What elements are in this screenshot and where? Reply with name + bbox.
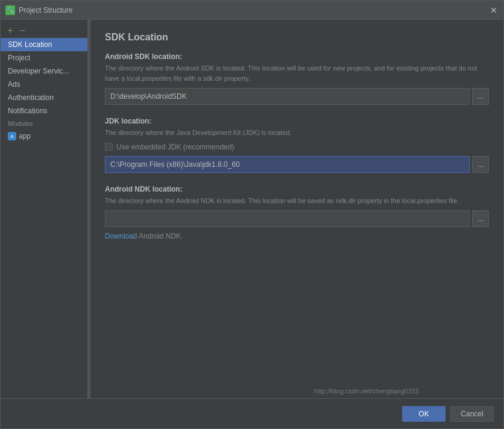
sidebar-toolbar: + − bbox=[1, 23, 87, 38]
ok-button[interactable]: OK bbox=[402, 406, 446, 422]
android-sdk-browse-button[interactable]: ... bbox=[472, 88, 489, 105]
sidebar-item-authentication[interactable]: Authentication bbox=[1, 91, 87, 104]
dialog-body: + − SDK Location Project Developer Servi… bbox=[1, 20, 503, 398]
sidebar-item-project[interactable]: Project bbox=[1, 51, 87, 64]
android-ndk-description: The directory where the Android NDK is l… bbox=[105, 196, 489, 206]
jdk-group: JDK location: The directory where the Ja… bbox=[105, 117, 489, 173]
android-sdk-input-row: ... bbox=[105, 88, 489, 105]
android-ndk-label: Android NDK location: bbox=[105, 185, 489, 193]
download-ndk-suffix: Android NDK. bbox=[137, 232, 183, 240]
jdk-input[interactable] bbox=[105, 156, 470, 173]
sidebar-item-app[interactable]: A app bbox=[1, 130, 87, 143]
sidebar-item-notifications[interactable]: Notifications bbox=[1, 104, 87, 117]
embedded-jdk-checkbox[interactable] bbox=[105, 143, 113, 151]
project-structure-dialog: 🔧 Project Structure ✕ + − SDK Location P… bbox=[0, 0, 504, 429]
dialog-icon: 🔧 bbox=[5, 5, 15, 15]
android-ndk-input-row: ... bbox=[105, 210, 489, 227]
dialog-footer: OK Cancel bbox=[1, 398, 503, 428]
embedded-jdk-row: Use embedded JDK (recommended) bbox=[105, 143, 489, 151]
download-ndk-row: Download Android NDK. bbox=[105, 232, 489, 240]
title-bar-left: 🔧 Project Structure bbox=[5, 5, 72, 15]
android-sdk-label: Android SDK location: bbox=[105, 52, 489, 61]
app-module-label: app bbox=[19, 132, 31, 140]
jdk-label: JDK location: bbox=[105, 117, 489, 125]
sidebar-item-developer-services[interactable]: Developer Servic... bbox=[1, 64, 87, 78]
embedded-jdk-label: Use embedded JDK (recommended) bbox=[116, 143, 234, 151]
cancel-button[interactable]: Cancel bbox=[450, 406, 494, 422]
android-ndk-browse-button[interactable]: ... bbox=[472, 210, 489, 227]
android-ndk-input[interactable] bbox=[105, 210, 470, 227]
download-ndk-link[interactable]: Download bbox=[105, 232, 137, 240]
android-ndk-group: Android NDK location: The directory wher… bbox=[105, 185, 489, 241]
sidebar-item-ads[interactable]: Ads bbox=[1, 78, 87, 91]
android-sdk-input[interactable] bbox=[105, 88, 470, 105]
sidebar: + − SDK Location Project Developer Servi… bbox=[1, 20, 88, 398]
android-sdk-description: The directory where the Android SDK is l… bbox=[105, 63, 489, 83]
app-module-icon: A bbox=[8, 132, 16, 140]
android-sdk-group: Android SDK location: The directory wher… bbox=[105, 52, 489, 105]
section-title: SDK Location bbox=[105, 32, 489, 43]
jdk-browse-button[interactable]: ... bbox=[472, 156, 489, 173]
remove-module-button[interactable]: − bbox=[17, 26, 27, 36]
jdk-input-row: ... bbox=[105, 156, 489, 173]
modules-section-label: Modules bbox=[1, 117, 87, 130]
add-module-button[interactable]: + bbox=[5, 26, 15, 36]
sidebar-item-sdk-location[interactable]: SDK Location bbox=[1, 38, 87, 51]
main-content: SDK Location Android SDK location: The d… bbox=[90, 20, 503, 398]
watermark: http://blog.csdn.net/chengliang0315 bbox=[314, 387, 419, 395]
jdk-description: The directory where the Java Development… bbox=[105, 128, 489, 138]
title-bar: 🔧 Project Structure ✕ bbox=[1, 1, 503, 20]
close-button[interactable]: ✕ bbox=[489, 5, 499, 15]
dialog-title: Project Structure bbox=[19, 6, 72, 14]
